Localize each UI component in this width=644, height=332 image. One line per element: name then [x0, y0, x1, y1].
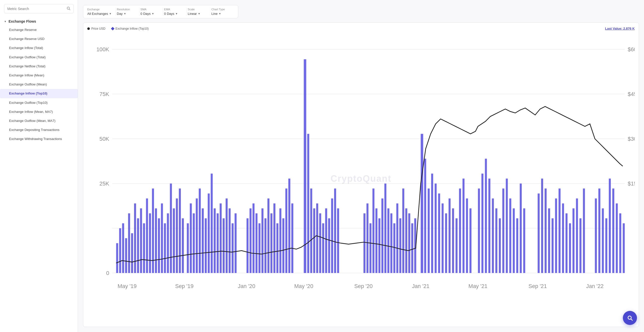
sidebar-item-exchange-outflow-mean-ma7[interactable]: Exchange Outflow (Mean, MA7): [0, 116, 78, 125]
svg-text:$45K: $45K: [628, 91, 635, 97]
svg-rect-49: [187, 223, 189, 273]
svg-rect-85: [313, 208, 315, 273]
resolution-label: Resolution: [117, 8, 135, 11]
svg-rect-96: [370, 223, 372, 273]
svg-rect-112: [421, 134, 423, 273]
fab-search-button[interactable]: [623, 311, 637, 325]
sidebar-item-exchange-inflow-total[interactable]: Exchange Inflow (Total): [0, 43, 78, 53]
svg-rect-80: [288, 179, 290, 273]
svg-rect-82: [304, 59, 306, 273]
search-input[interactable]: [7, 7, 66, 11]
svg-rect-64: [232, 223, 234, 273]
chevron-down-icon: ▼: [4, 20, 7, 23]
svg-rect-153: [579, 218, 581, 273]
svg-rect-154: [583, 188, 585, 273]
sidebar-item-exchange-inflow-top10[interactable]: Exchange Inflow (Top10): [0, 89, 78, 98]
svg-rect-97: [372, 188, 374, 273]
ema-dropdown[interactable]: 0 Days ▼: [164, 12, 182, 16]
svg-rect-151: [573, 208, 575, 273]
svg-rect-33: [137, 218, 139, 273]
svg-rect-117: [438, 194, 440, 273]
svg-rect-36: [146, 199, 148, 273]
svg-rect-147: [558, 188, 560, 273]
svg-rect-108: [405, 208, 407, 273]
toolbar-scale: Scale Linear ▼: [188, 8, 210, 16]
sma-label: SMA: [140, 8, 159, 11]
svg-rect-160: [612, 188, 614, 273]
svg-rect-142: [541, 179, 543, 273]
svg-rect-67: [250, 208, 252, 273]
svg-rect-83: [307, 134, 309, 273]
svg-rect-116: [435, 183, 437, 273]
svg-rect-90: [328, 218, 330, 273]
sidebar-item-exchange-outflow-top10[interactable]: Exchange Outflow (Top10): [0, 98, 78, 107]
svg-text:May '21: May '21: [468, 283, 487, 289]
svg-rect-30: [128, 213, 130, 273]
svg-rect-109: [408, 213, 410, 273]
sidebar-item-exchange-reserve[interactable]: Exchange Reserve: [0, 25, 78, 34]
sidebar-item-exchange-outflow-total[interactable]: Exchange Outflow (Total): [0, 53, 78, 62]
svg-rect-77: [279, 208, 281, 273]
svg-rect-48: [182, 218, 184, 273]
svg-rect-128: [481, 174, 484, 273]
legend-inflow: Exchange Inflow (Top10): [111, 27, 149, 30]
svg-text:Sep '19: Sep '19: [175, 283, 193, 289]
svg-rect-121: [452, 208, 454, 273]
svg-rect-81: [291, 203, 293, 273]
search-box[interactable]: [4, 4, 74, 13]
svg-rect-119: [445, 213, 447, 273]
svg-rect-162: [619, 213, 621, 273]
svg-rect-54: [202, 208, 204, 273]
svg-rect-158: [605, 218, 607, 273]
scale-dropdown[interactable]: Linear ▼: [188, 12, 206, 16]
sidebar-item-exchange-inflow-mean-ma7[interactable]: Exchange Inflow (Mean, MA7): [0, 107, 78, 116]
svg-rect-71: [261, 208, 263, 273]
svg-text:Sep '21: Sep '21: [529, 283, 547, 289]
chart-type-dropdown[interactable]: Line ▼: [211, 12, 230, 16]
svg-rect-79: [285, 188, 287, 273]
sidebar-item-exchange-reserve-usd[interactable]: Exchange Reserve USD: [0, 34, 78, 43]
svg-rect-59: [217, 213, 219, 273]
svg-rect-93: [337, 208, 339, 273]
sidebar-item-exchange-outflow-mean[interactable]: Exchange Outflow (Mean): [0, 80, 78, 89]
toolbar: Exchange All Exchanges ▼ Resolution Day …: [83, 5, 238, 18]
scale-label: Scale: [188, 8, 206, 11]
svg-rect-114: [428, 188, 430, 273]
svg-rect-28: [122, 223, 124, 273]
svg-rect-43: [167, 213, 169, 273]
sidebar-item-exchange-withdrawing-transactions[interactable]: Exchange Withdrawing Transactions: [0, 134, 78, 144]
svg-rect-148: [562, 203, 564, 273]
svg-rect-140: [523, 208, 525, 273]
sidebar-item-exchange-inflow-mean[interactable]: Exchange Inflow (Mean): [0, 71, 78, 80]
svg-rect-44: [170, 183, 172, 273]
svg-rect-161: [616, 203, 618, 273]
svg-rect-61: [223, 218, 225, 273]
svg-rect-134: [502, 188, 504, 273]
svg-text:$60K: $60K: [628, 46, 635, 53]
chart-container: Price USD Exchange Inflow (Top10) Last V…: [83, 22, 639, 327]
sidebar-item-exchange-netflow-total[interactable]: Exchange Netflow (Total): [0, 62, 78, 71]
svg-text:$30K: $30K: [628, 136, 635, 142]
svg-rect-131: [492, 199, 494, 273]
toolbar-chart-type: Chart Type Line ▼: [211, 8, 234, 16]
svg-rect-107: [402, 188, 404, 273]
svg-rect-155: [595, 199, 597, 273]
last-value[interactable]: Last Value: 2.876 K: [605, 27, 635, 30]
svg-rect-26: [116, 243, 118, 273]
svg-rect-138: [516, 218, 518, 273]
svg-rect-66: [247, 218, 249, 273]
svg-rect-47: [179, 188, 181, 273]
resolution-dropdown[interactable]: Day ▼: [117, 12, 135, 16]
chart-type-label: Chart Type: [211, 8, 230, 11]
svg-rect-55: [205, 218, 207, 273]
svg-rect-125: [466, 199, 468, 273]
category-header[interactable]: ▼ Exchange Flows: [0, 17, 78, 25]
svg-rect-104: [393, 223, 395, 273]
svg-text:75K: 75K: [99, 91, 109, 97]
svg-rect-135: [506, 179, 508, 273]
svg-rect-29: [125, 238, 127, 273]
sma-dropdown[interactable]: 0 Days ▼: [140, 12, 159, 16]
svg-rect-34: [140, 208, 142, 273]
sidebar-item-exchange-depositing-transactions[interactable]: Exchange Depositing Transactions: [0, 125, 78, 134]
exchange-dropdown[interactable]: All Exchanges ▼: [87, 12, 111, 16]
